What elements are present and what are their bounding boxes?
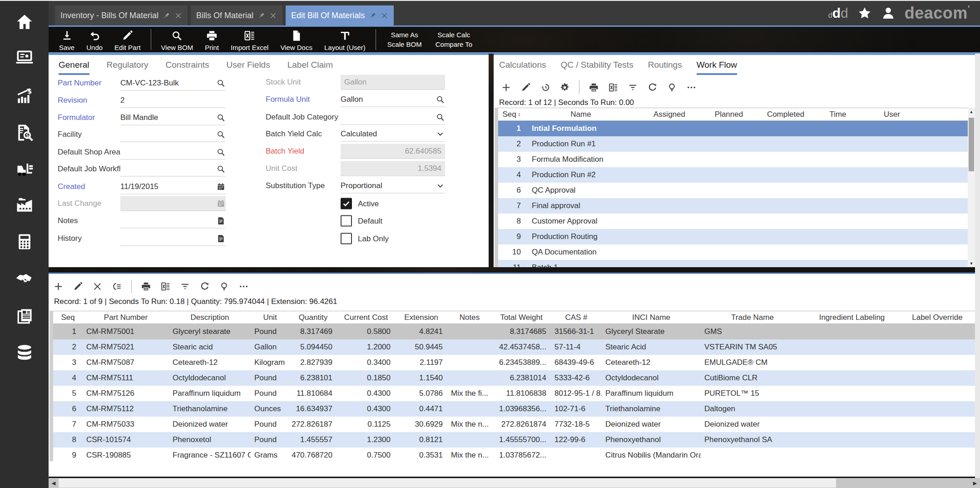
tip-bulb-icon[interactable] xyxy=(667,82,677,93)
substitution-type-select[interactable]: Proportional xyxy=(341,179,445,194)
bom-row[interactable]: 4CM-RM75111OctyldodecanolPound6.2381010.… xyxy=(53,370,975,386)
outer-vertical-scrollbar[interactable] xyxy=(975,54,980,478)
more-icon[interactable] xyxy=(238,281,249,292)
col-quantity[interactable]: Quantity xyxy=(289,311,337,324)
history-field[interactable] xyxy=(120,231,226,246)
workflow-row[interactable]: 2Production Run #1 xyxy=(498,136,968,152)
col-seq[interactable]: Seq xyxy=(53,311,83,324)
col-extension[interactable]: Extension xyxy=(395,311,447,324)
tab-bills-of-material[interactable]: Bills Of Material xyxy=(191,5,282,25)
tab-work-flow[interactable]: Work Flow xyxy=(697,60,737,75)
add-icon[interactable] xyxy=(501,82,511,93)
col-assigned[interactable]: Assigned xyxy=(635,108,703,121)
workflow-row[interactable]: 1Intial Formulation xyxy=(498,121,968,137)
excel-icon[interactable] xyxy=(160,281,171,292)
sidebar-item-workstation[interactable] xyxy=(0,45,49,71)
workflow-row[interactable]: 7Final approval xyxy=(498,198,968,214)
workflow-row[interactable]: 8Customer Approval xyxy=(498,214,968,229)
chevron-down-icon[interactable] xyxy=(436,181,445,190)
layout-user-button[interactable]: Layout (User) xyxy=(318,28,371,51)
more-icon[interactable] xyxy=(686,82,697,93)
bom-row[interactable]: 2CM-RM75021Stearic acidGallon5.0944501.2… xyxy=(53,339,975,355)
scroll-down-arrow[interactable]: ▼ xyxy=(968,259,975,267)
user-profile-icon[interactable] xyxy=(881,6,896,20)
printer-icon[interactable] xyxy=(589,82,599,93)
scroll-left-arrow[interactable]: ◀ xyxy=(49,478,59,488)
scale-calc-button[interactable]: Scale Calc xyxy=(436,31,472,39)
col-name[interactable]: Name xyxy=(526,108,635,121)
scroll-up-arrow[interactable]: ▲ xyxy=(968,108,975,115)
view-bom-button[interactable]: View BOM xyxy=(155,28,199,51)
sidebar-item-inventory[interactable] xyxy=(0,156,49,182)
refresh-icon[interactable] xyxy=(199,281,210,292)
same-as-button[interactable]: Same As xyxy=(387,31,422,39)
delete-x-icon[interactable] xyxy=(92,281,103,292)
col-inci-name[interactable]: INCI Name xyxy=(602,311,701,324)
formula-unit-field[interactable]: Gallon xyxy=(341,92,445,107)
search-icon[interactable] xyxy=(216,147,226,157)
pin-icon[interactable] xyxy=(257,12,265,20)
search-icon[interactable] xyxy=(436,112,445,122)
calendar-icon[interactable] xyxy=(216,182,226,191)
col-unit[interactable]: Unit xyxy=(251,311,289,324)
gear-icon[interactable] xyxy=(559,82,570,93)
workflow-row[interactable]: 6QC Approval xyxy=(498,183,968,198)
sideb ar-item-reports[interactable] xyxy=(0,303,49,329)
tab-qc-stability-tests[interactable]: QC / Stability Tests xyxy=(561,60,634,75)
detail-list-icon[interactable] xyxy=(112,281,122,292)
workflow-row[interactable]: 9Production Routing xyxy=(498,229,968,244)
edit-part-button[interactable]: Edit Part xyxy=(109,28,147,51)
search-icon[interactable] xyxy=(216,129,226,139)
col-current-cost[interactable]: Current Cost xyxy=(337,311,395,324)
close-icon[interactable] xyxy=(269,12,277,20)
import-excel-button[interactable]: Import Excel xyxy=(225,28,274,51)
refresh-icon[interactable] xyxy=(647,82,658,93)
default-job-category-field[interactable] xyxy=(341,110,445,125)
edit-pencil-icon[interactable] xyxy=(73,281,83,292)
sidebar-item-accounting[interactable] xyxy=(0,229,49,255)
col-time[interactable]: Time xyxy=(817,108,859,121)
scale-bom-button[interactable]: Scale BOM xyxy=(387,40,422,48)
undo-button[interactable]: Undo xyxy=(80,28,109,51)
close-icon[interactable] xyxy=(174,12,182,20)
search-icon[interactable] xyxy=(216,113,226,122)
workflow-row[interactable]: 10QA Documentation xyxy=(498,244,968,260)
view-docs-button[interactable]: View Docs xyxy=(274,28,318,51)
tab-edit-bill-of-materials[interactable]: Edit Bill Of Materials xyxy=(286,5,394,25)
filter-icon[interactable] xyxy=(628,82,638,93)
tab-calculations[interactable]: Calculations xyxy=(499,60,546,75)
revision-field[interactable]: 2 xyxy=(120,93,226,108)
print-button[interactable]: Print xyxy=(199,28,225,51)
default-shop-area-field[interactable] xyxy=(120,145,226,160)
col-notes[interactable]: Notes xyxy=(447,311,492,324)
save-button[interactable]: Save xyxy=(53,28,80,51)
workflow-row[interactable]: 4Production Run #2 xyxy=(498,167,968,183)
add-icon[interactable] xyxy=(53,281,64,292)
col-user[interactable]: User xyxy=(859,108,925,121)
tip-bulb-icon[interactable] xyxy=(219,281,229,292)
active-checkbox[interactable] xyxy=(341,198,352,209)
default-job-workflow-field[interactable] xyxy=(120,162,226,177)
excel-icon[interactable] xyxy=(608,82,619,93)
col-ingredient-labeling[interactable]: Ingredient Labeling xyxy=(804,311,900,324)
scrollbar-thumb[interactable] xyxy=(969,118,974,171)
vertical-scrollbar[interactable]: ▲ ▼ xyxy=(968,108,975,267)
tab-constraints[interactable]: Constraints xyxy=(166,60,209,75)
note-icon[interactable] xyxy=(216,234,226,243)
printer-icon[interactable] xyxy=(141,281,151,292)
col-completed[interactable]: Completed xyxy=(754,108,817,121)
sidebar-item-production[interactable] xyxy=(0,192,49,218)
sidebar-item-sales[interactable] xyxy=(0,83,49,110)
search-icon[interactable] xyxy=(436,95,445,104)
sidebar-item-home[interactable] xyxy=(0,9,49,35)
created-field[interactable]: 11/19/2015 xyxy=(120,179,226,194)
col-label-override[interactable]: Label Override xyxy=(900,311,975,324)
user-badge[interactable]: ddd xyxy=(828,5,848,21)
scroll-right-arrow[interactable]: ▶ xyxy=(970,478,980,488)
chevron-down-icon[interactable] xyxy=(436,129,445,139)
bom-row[interactable]: 5CM-RM75126Paraffinum liquidumPound11.81… xyxy=(53,386,975,401)
bom-row[interactable]: 1CM-RM75001Glyceryl stearatePound8.31746… xyxy=(53,324,975,340)
tab-regulatory[interactable]: Regulatory xyxy=(107,60,148,75)
col-cas[interactable]: CAS # xyxy=(551,311,602,324)
horizontal-scrollbar[interactable]: ◀ ▶ xyxy=(49,478,980,488)
